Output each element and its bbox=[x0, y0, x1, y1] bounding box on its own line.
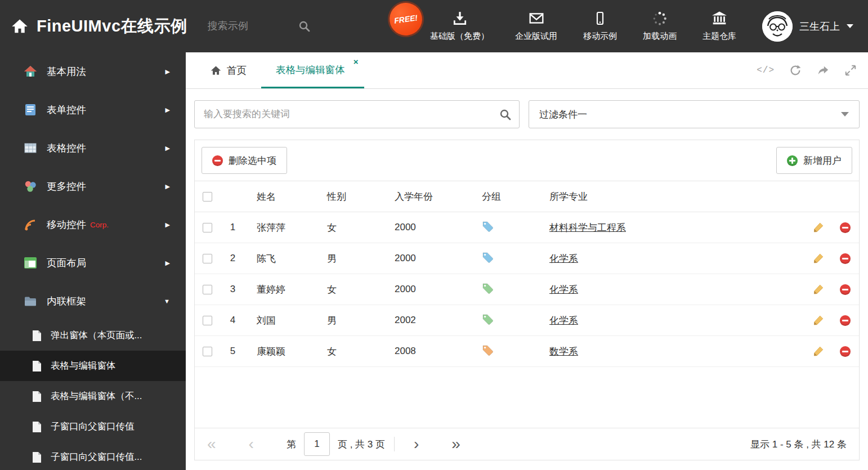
cell-year: 2000 bbox=[383, 284, 471, 295]
sidebar-subitem-grid-edit-window-2[interactable]: 表格与编辑窗体（不... bbox=[0, 381, 186, 411]
row-checkbox[interactable] bbox=[203, 316, 212, 325]
select-all-checkbox[interactable] bbox=[203, 192, 212, 202]
minus-circle-icon bbox=[840, 346, 851, 357]
delete-button[interactable] bbox=[831, 222, 859, 233]
file-icon bbox=[32, 391, 42, 402]
header-search-input[interactable] bbox=[208, 20, 281, 32]
delete-button[interactable] bbox=[831, 315, 859, 326]
last-page-button[interactable]: » bbox=[451, 436, 460, 452]
sidebar-subitem-grid-edit-window[interactable]: 表格与编辑窗体 bbox=[0, 351, 186, 381]
major-link[interactable]: 化学系 bbox=[549, 253, 578, 264]
sidebar-subitem-child-to-parent[interactable]: 子窗口向父窗口传值 bbox=[0, 411, 186, 442]
cell-year: 2008 bbox=[383, 346, 471, 357]
pencil-icon bbox=[813, 315, 824, 326]
user-menu[interactable]: 三生石上 bbox=[762, 11, 868, 42]
minus-circle-icon bbox=[840, 284, 851, 295]
mobile-icon bbox=[593, 11, 607, 26]
sidebar-item-inline-frame[interactable]: 内联框架 ▼ bbox=[0, 282, 186, 320]
delete-button[interactable] bbox=[831, 253, 859, 264]
delete-button[interactable] bbox=[831, 284, 859, 295]
cell-year: 2002 bbox=[383, 315, 471, 326]
app-root: FineUIMvc在线示例 FREE! 基础版（免费） 企业版试用 移动示例 bbox=[0, 0, 868, 470]
edit-button[interactable] bbox=[806, 284, 831, 295]
row-checkbox[interactable] bbox=[203, 347, 212, 356]
nav-item-mobile-demo[interactable]: 移动示例 bbox=[583, 11, 617, 42]
file-icon bbox=[32, 451, 42, 463]
tab-label: 首页 bbox=[227, 64, 247, 77]
next-page-button[interactable]: › bbox=[414, 436, 419, 452]
envelope-icon bbox=[528, 11, 545, 26]
major-link[interactable]: 材料科学与工程系 bbox=[549, 222, 626, 233]
edit-button[interactable] bbox=[806, 346, 831, 357]
sidebar-item-more-controls[interactable]: 更多控件 ▶ bbox=[0, 167, 186, 205]
prev-page-button[interactable]: ‹ bbox=[249, 436, 254, 452]
edit-button[interactable] bbox=[806, 315, 831, 326]
tab-home[interactable]: 首页 bbox=[196, 52, 261, 88]
refresh-icon[interactable] bbox=[789, 64, 802, 77]
avatar bbox=[762, 11, 793, 42]
sidebar-item-label: 基本用法 bbox=[47, 65, 86, 78]
sidebar-subitem-popup-window[interactable]: 弹出窗体（本页面或... bbox=[0, 320, 186, 351]
chevron-right-icon: ▶ bbox=[165, 68, 170, 75]
row-checkbox[interactable] bbox=[203, 254, 212, 263]
chevron-right-icon: ▶ bbox=[165, 259, 170, 267]
edit-button[interactable] bbox=[806, 253, 831, 264]
cell-gender: 女 bbox=[316, 283, 383, 296]
header-nav: FREE! 基础版（免费） 企业版试用 移动示例 加载动画 主题仓库 bbox=[430, 11, 759, 42]
sidebar-item-mobile-controls[interactable]: 移动控件 Corp. ▶ bbox=[0, 205, 186, 244]
table-row: 4 刘国 男 2002 化学系 bbox=[195, 305, 859, 336]
row-checkbox[interactable] bbox=[203, 223, 212, 232]
page-number-input[interactable] bbox=[304, 432, 330, 456]
edit-button[interactable] bbox=[806, 222, 831, 233]
source-code-icon[interactable]: </> bbox=[757, 65, 775, 75]
pagination-bar: « ‹ 第 页 , 共 3 页 › » 显示 1 - 5 条 , 共 12 条 bbox=[195, 428, 859, 460]
row-checkbox[interactable] bbox=[203, 285, 212, 294]
sidebar-item-label: 表单控件 bbox=[47, 103, 86, 117]
tag-icon bbox=[482, 221, 493, 232]
chevron-down-icon bbox=[847, 24, 853, 28]
delete-selected-button[interactable]: 删除选中项 bbox=[202, 147, 287, 174]
top-header: FineUIMvc在线示例 FREE! 基础版（免费） 企业版试用 移动示例 bbox=[0, 0, 868, 52]
nav-item-enterprise-trial[interactable]: 企业版试用 bbox=[515, 11, 557, 42]
search-icon[interactable] bbox=[499, 108, 512, 122]
minus-circle-icon bbox=[840, 222, 851, 233]
add-user-button[interactable]: 新增用户 bbox=[776, 147, 852, 174]
first-page-button[interactable]: « bbox=[207, 436, 216, 452]
pencil-icon bbox=[813, 284, 824, 295]
file-icon bbox=[32, 421, 42, 433]
cell-name: 张萍萍 bbox=[245, 221, 316, 234]
delete-button[interactable] bbox=[831, 346, 859, 357]
table-row: 1 张萍萍 女 2000 材料科学与工程系 bbox=[195, 212, 859, 243]
nav-item-theme-repo[interactable]: 主题仓库 bbox=[703, 11, 736, 42]
nav-item-label: 基础版（免费） bbox=[430, 31, 489, 42]
keyword-search-input[interactable] bbox=[195, 101, 519, 128]
sidebar-item-page-layout[interactable]: 页面布局 ▶ bbox=[0, 244, 186, 282]
search-icon[interactable] bbox=[298, 20, 311, 33]
major-link[interactable]: 数学系 bbox=[549, 346, 578, 357]
nav-item-loading-animation[interactable]: 加载动画 bbox=[643, 11, 677, 42]
nav-item-basic-free[interactable]: FREE! 基础版（免费） bbox=[430, 11, 489, 42]
major-link[interactable]: 化学系 bbox=[549, 284, 578, 295]
cell-gender: 女 bbox=[316, 221, 383, 234]
sidebar-subitem-child-to-parent-2[interactable]: 子窗口向父窗口传值... bbox=[0, 442, 186, 470]
page-prefix-label: 第 bbox=[287, 438, 296, 451]
share-icon[interactable] bbox=[816, 64, 830, 77]
col-group: 分组 bbox=[471, 190, 538, 203]
brand[interactable]: FineUIMvc在线示例 bbox=[0, 15, 187, 38]
table-row: 5 康颖颖 女 2008 数学系 bbox=[195, 336, 859, 367]
filter-dropdown[interactable]: 过滤条件一 bbox=[529, 100, 860, 128]
chevron-down-icon: ▼ bbox=[164, 298, 170, 305]
minus-circle-icon bbox=[212, 155, 223, 166]
major-link[interactable]: 化学系 bbox=[549, 315, 578, 326]
row-number: 1 bbox=[220, 222, 245, 233]
expand-icon[interactable] bbox=[844, 64, 857, 77]
close-icon[interactable]: × bbox=[354, 57, 359, 66]
sidebar-item-basic-usage[interactable]: 基本用法 ▶ bbox=[0, 52, 186, 91]
sidebar-item-grid-controls[interactable]: 表格控件 ▶ bbox=[0, 129, 186, 167]
tab-grid-edit-window[interactable]: 表格与编辑窗体 × bbox=[261, 52, 364, 88]
table-icon bbox=[24, 141, 37, 155]
tab-bar: 首页 表格与编辑窗体 × </> bbox=[186, 52, 868, 89]
pencil-icon bbox=[813, 346, 824, 357]
cell-gender: 女 bbox=[316, 345, 383, 358]
sidebar-item-form-controls[interactable]: 表单控件 ▶ bbox=[0, 91, 186, 129]
